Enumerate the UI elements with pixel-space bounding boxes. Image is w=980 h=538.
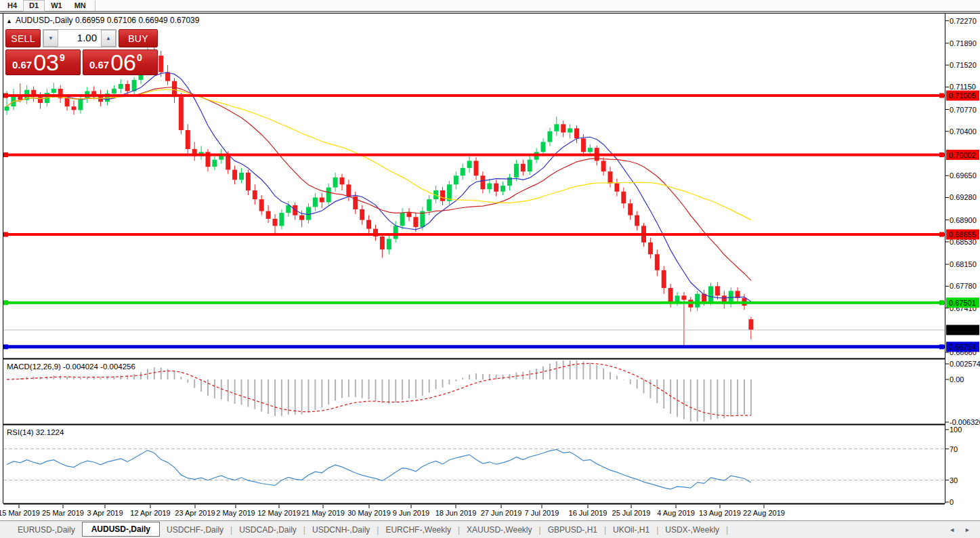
candle-body [51,89,56,93]
candle-body [528,160,532,171]
chart-symbol-label: AUDUSD-,Daily [16,16,73,25]
candle-body [299,215,304,220]
candle-body [427,199,431,211]
candle-body [186,130,190,149]
date-tick-label: 12 May 2019 [257,509,301,517]
sell-price-display[interactable]: 0.67 03 9 [5,49,81,75]
candle-body [279,213,284,226]
price-tick-label: 0.68150 [950,260,977,268]
tab-eurchf-weekly[interactable]: EURCHF-,Weekly [379,523,457,537]
candle-body [306,207,311,220]
tab-usdcad-daily[interactable]: USDCAD-,Daily [232,523,303,537]
price-tick-label: 0.67780 [950,282,977,290]
price-tick-label: 0.70400 [950,127,977,136]
rsi-axis-label: 0 [950,498,954,506]
candle-body [165,73,170,81]
trading-terminal: H4D1W1MN 0.722700.718900.715200.711500.7… [0,0,980,538]
price-tick-label: 0.68900 [950,216,977,224]
date-tick-label: 12 Apr 2019 [130,509,170,517]
candle-body [494,184,498,192]
tab-xauusd-weekly[interactable]: XAUUSD-,Weekly [460,523,538,537]
macd-indicator-label: MACD(12,26,9) -0.004024 -0.004256 [7,363,135,371]
date-tick-label: 15 Mar 2019 [0,509,40,517]
line-handle-left [3,152,8,157]
volume-decrease-button[interactable]: ▼ [43,30,58,47]
tab-scroll-right-icon[interactable]: ► [964,526,971,533]
price-badge-label: 0.68655 [949,230,976,239]
price-tick-label: 0.69650 [950,171,977,180]
candle-body [648,243,653,254]
tab-audusd-daily[interactable]: AUDUSD-,Daily [82,522,160,537]
volume-input[interactable]: 1.00 [58,30,101,47]
candle-body [212,160,217,167]
symbol-tabbar: EURUSD-,DailyAUDUSD-,DailyUSDCHF-,Daily|… [0,520,980,538]
one-click-toggle-icon[interactable]: ▲ [6,18,12,24]
candle-body [266,211,271,219]
buy-price-display[interactable]: 0.67 06 0 [83,49,158,75]
candle-body [158,56,163,72]
candle-body [360,209,364,220]
candle-body [675,295,680,302]
rsi-axis-label: 30 [950,476,958,484]
candle-body [65,98,70,106]
candle-body [400,213,405,226]
tab-usdcnh-daily[interactable]: USDCNH-,Daily [305,523,377,537]
line-handle-left [3,94,8,98]
candle-body [521,164,526,171]
candle-body [253,190,257,199]
ma-line-mid [7,87,751,281]
candle-body [547,131,552,142]
candle-body [601,161,606,171]
candle-body [608,171,613,183]
candle-body [346,184,351,196]
line-handle-right [939,300,944,305]
buy-button[interactable]: BUY [119,29,158,47]
rsi-axis-label: 100 [950,426,962,434]
candle-body [273,219,278,226]
tab-gbpusd-h1[interactable]: GBPUSD-,H1 [541,523,604,537]
candle-body [393,226,398,239]
candle-body [239,173,244,180]
volume-increase-button[interactable]: ▲ [101,30,116,47]
rsi-axis-label: 70 [950,445,958,453]
chart-canvas[interactable]: 0.722700.718900.715200.711500.707700.704… [0,0,980,520]
rsi-line [7,450,751,489]
candle-body [715,286,720,295]
price-tick-label: 0.71520 [950,61,977,69]
candle-body [78,99,83,110]
buy-price-small: 0.67 [89,59,109,70]
tab-scroll-left-icon[interactable]: ◄ [949,526,955,533]
candle-body [286,205,291,213]
sell-price-sup: 9 [60,52,65,63]
candle-body [588,148,593,152]
macd-axis-label: 0.00 [950,375,964,384]
candle-body [5,106,9,110]
candle-body [313,197,318,207]
candle-body [340,178,345,184]
tab-eurusd-daily[interactable]: EURUSD-,Daily [11,523,82,537]
price-tick-label: 0.70770 [950,106,977,114]
panel-frames [0,14,980,504]
candle-body [259,199,264,211]
date-tick-label: 21 May 2019 [301,509,345,517]
tab-usdchf-daily[interactable]: USDCHF-,Daily [160,523,230,537]
candle-body [487,184,492,190]
date-tick-label: 30 May 2019 [347,509,391,517]
chart-ohlc-values: 0.66959 0.67106 0.66949 0.67039 [75,16,200,25]
candle-body [413,217,418,227]
candle-body [514,164,519,178]
date-tick-label: 22 Aug 2019 [743,509,785,517]
tab-ukoil-h1[interactable]: UKOil-,H1 [606,523,656,537]
candle-body [125,84,130,91]
candle-body [662,270,666,288]
sell-button[interactable]: SELL [5,29,41,47]
price-tick-label: 0.71890 [950,39,977,47]
candle-body [326,188,331,203]
date-tick-label: 23 Apr 2019 [175,509,215,517]
candle-body [500,186,505,192]
price-axis: 0.722700.718900.715200.711500.707700.704… [945,17,980,506]
sell-price-small: 0.67 [12,59,32,70]
tab-usdx-weekly[interactable]: USDX-,Weekly [658,523,726,537]
date-axis: 15 Mar 201925 Mar 20193 Apr 201912 Apr 2… [0,505,785,517]
candle-body [681,295,686,299]
